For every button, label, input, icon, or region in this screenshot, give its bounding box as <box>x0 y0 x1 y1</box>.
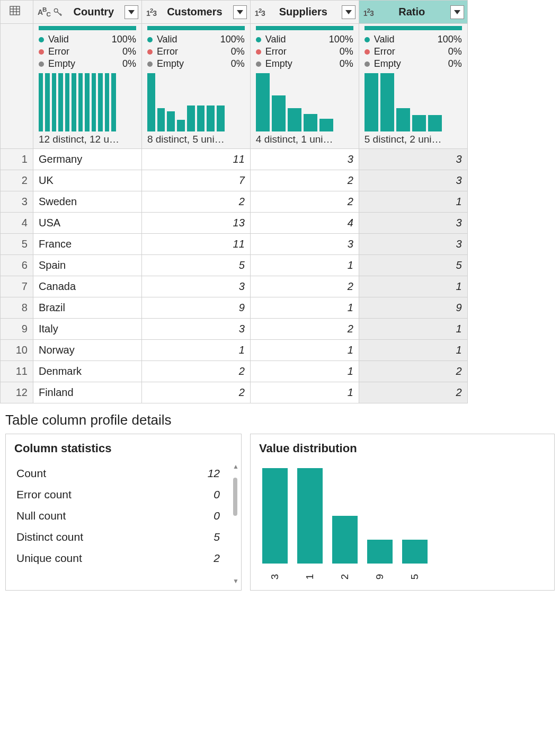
cell-ratio[interactable]: 3 <box>359 213 467 234</box>
row-number[interactable]: 4 <box>1 213 33 234</box>
row-number[interactable]: 1 <box>1 149 33 170</box>
cell-suppliers[interactable]: 3 <box>250 234 359 255</box>
stat-row: Error count0 <box>14 484 233 505</box>
row-number[interactable]: 9 <box>1 319 33 340</box>
cell-suppliers[interactable]: 2 <box>250 191 359 213</box>
cell-ratio[interactable]: 3 <box>359 234 467 255</box>
cell-customers[interactable]: 2 <box>141 382 250 403</box>
dist-bar <box>262 468 288 564</box>
table-row[interactable]: 4USA1343 <box>1 213 561 234</box>
cell-customers[interactable]: 3 <box>141 276 250 297</box>
row-number[interactable]: 7 <box>1 276 33 297</box>
cell-ratio[interactable]: 3 <box>359 149 467 170</box>
scroll-down-icon[interactable]: ▼ <box>233 577 238 585</box>
cell-country[interactable]: Norway <box>33 340 141 361</box>
table-row[interactable]: 1Germany1133 <box>1 149 561 170</box>
cell-customers[interactable]: 2 <box>141 191 250 213</box>
table-row[interactable]: 10Norway111 <box>1 340 561 361</box>
cell-ratio[interactable]: 1 <box>359 191 467 213</box>
cell-ratio[interactable]: 2 <box>359 382 467 403</box>
row-number[interactable]: 2 <box>1 170 33 191</box>
cell-customers[interactable]: 11 <box>141 149 250 170</box>
row-number[interactable]: 11 <box>1 361 33 382</box>
mini-histogram <box>256 73 353 131</box>
distribution-chart <box>259 463 546 564</box>
cell-customers[interactable]: 1 <box>141 340 250 361</box>
cell-suppliers[interactable]: 1 <box>250 361 359 382</box>
cell-suppliers[interactable]: 1 <box>250 340 359 361</box>
cell-country[interactable]: Canada <box>33 276 141 297</box>
select-all-corner[interactable] <box>1 1 33 24</box>
table-row[interactable]: 3Sweden221 <box>1 191 561 213</box>
stats-scrollbar[interactable]: ▲ ▼ <box>233 463 238 585</box>
cell-customers[interactable]: 7 <box>141 170 250 191</box>
cell-ratio[interactable]: 9 <box>359 297 467 319</box>
cell-country[interactable]: Finland <box>33 382 141 403</box>
cell-suppliers[interactable]: 1 <box>250 297 359 319</box>
column-filter-button[interactable] <box>342 5 355 19</box>
row-number[interactable]: 3 <box>1 191 33 213</box>
column-header-suppliers[interactable]: 123Suppliers <box>250 1 359 24</box>
cell-country[interactable]: Spain <box>33 255 141 276</box>
cell-country[interactable]: Sweden <box>33 191 141 213</box>
column-quality-ratio: Valid100%Error0%Empty0%5 distinct, 2 uni… <box>359 24 467 149</box>
table-row[interactable]: 8Brazil919 <box>1 297 561 319</box>
table-row[interactable]: 5France1133 <box>1 234 561 255</box>
dist-bar <box>332 516 358 564</box>
table-row[interactable]: 11Denmark212 <box>1 361 561 382</box>
cell-suppliers[interactable]: 1 <box>250 255 359 276</box>
cell-suppliers[interactable]: 2 <box>250 319 359 340</box>
cell-suppliers[interactable]: 2 <box>250 170 359 191</box>
cell-customers[interactable]: 11 <box>141 234 250 255</box>
row-number[interactable]: 8 <box>1 297 33 319</box>
distinct-summary: 8 distinct, 5 uni… <box>147 134 245 145</box>
stat-row: Distinct count5 <box>14 526 233 548</box>
cell-ratio[interactable]: 5 <box>359 255 467 276</box>
cell-customers[interactable]: 2 <box>141 361 250 382</box>
column-header-ratio[interactable]: 123Ratio <box>359 1 467 24</box>
column-header-country[interactable]: ABCCountry <box>33 1 141 24</box>
column-quality-customers: Valid100%Error0%Empty0%8 distinct, 5 uni… <box>141 24 250 149</box>
column-filter-button[interactable] <box>233 5 247 19</box>
cell-suppliers[interactable]: 2 <box>250 276 359 297</box>
row-number[interactable]: 5 <box>1 234 33 255</box>
cell-customers[interactable]: 9 <box>141 297 250 319</box>
cell-country[interactable]: Italy <box>33 319 141 340</box>
cell-suppliers[interactable]: 4 <box>250 213 359 234</box>
table-row[interactable]: 2UK723 <box>1 170 561 191</box>
cell-customers[interactable]: 5 <box>141 255 250 276</box>
cell-ratio[interactable]: 1 <box>359 340 467 361</box>
cell-customers[interactable]: 3 <box>141 319 250 340</box>
cell-ratio[interactable]: 2 <box>359 361 467 382</box>
cell-ratio[interactable]: 1 <box>359 276 467 297</box>
cell-suppliers[interactable]: 1 <box>250 382 359 403</box>
cell-customers[interactable]: 13 <box>141 213 250 234</box>
cell-country[interactable]: UK <box>33 170 141 191</box>
row-number[interactable]: 12 <box>1 382 33 403</box>
cell-country[interactable]: USA <box>33 213 141 234</box>
stat-value: 0 <box>214 488 220 501</box>
cell-country[interactable]: Germany <box>33 149 141 170</box>
number-type-icon: 123 <box>146 7 156 17</box>
row-number[interactable]: 10 <box>1 340 33 361</box>
table-row[interactable]: 6Spain515 <box>1 255 561 276</box>
cell-suppliers[interactable]: 3 <box>250 149 359 170</box>
table-row[interactable]: 7Canada321 <box>1 276 561 297</box>
scroll-thumb[interactable] <box>233 478 237 516</box>
table-row[interactable]: 9Italy321 <box>1 319 561 340</box>
svg-marker-12 <box>454 10 460 14</box>
svg-line-8 <box>61 14 62 15</box>
column-filter-button[interactable] <box>450 5 464 19</box>
column-header-customers[interactable]: 123Customers <box>141 1 250 24</box>
cell-ratio[interactable]: 3 <box>359 170 467 191</box>
svg-line-7 <box>60 13 61 14</box>
column-filter-button[interactable] <box>125 5 138 19</box>
dist-bar-label: 9 <box>374 564 386 590</box>
cell-country[interactable]: Denmark <box>33 361 141 382</box>
scroll-up-icon[interactable]: ▲ <box>233 463 238 470</box>
row-number[interactable]: 6 <box>1 255 33 276</box>
cell-country[interactable]: France <box>33 234 141 255</box>
table-row[interactable]: 12Finland212 <box>1 382 561 403</box>
cell-ratio[interactable]: 1 <box>359 319 467 340</box>
cell-country[interactable]: Brazil <box>33 297 141 319</box>
